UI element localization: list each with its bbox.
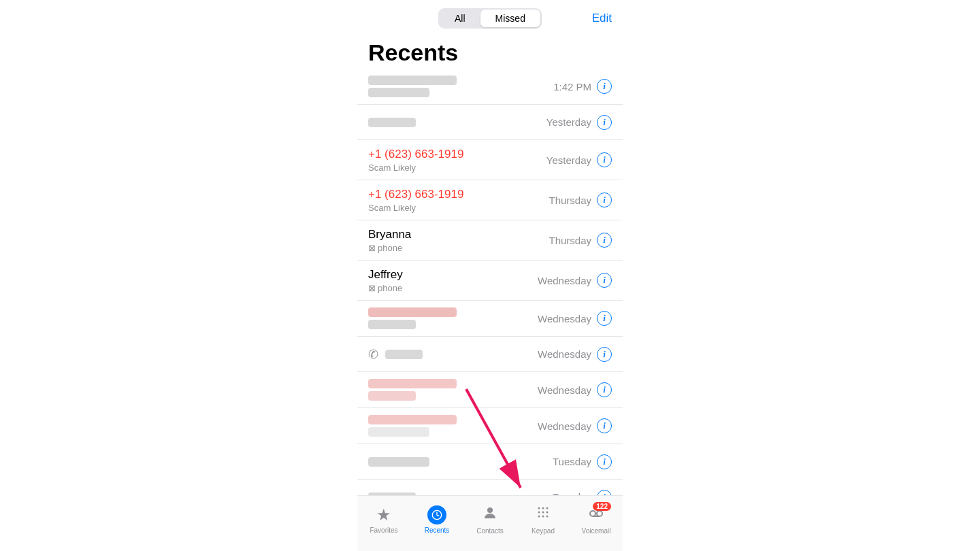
svg-point-5 bbox=[542, 507, 544, 509]
call-time: Wednesday bbox=[538, 384, 591, 396]
blur-line bbox=[368, 492, 416, 495]
call-item[interactable]: ✆ Wednesday i bbox=[357, 337, 623, 372]
call-item-right: Tuesday i bbox=[553, 490, 612, 495]
call-item-left bbox=[368, 415, 538, 437]
blur-line bbox=[368, 118, 416, 127]
info-button[interactable]: i bbox=[597, 273, 612, 288]
call-item-right: Yesterday i bbox=[546, 152, 612, 167]
call-item-right: Thursday i bbox=[549, 233, 612, 248]
svg-point-6 bbox=[546, 507, 549, 509]
svg-point-7 bbox=[538, 511, 540, 513]
call-list: 1:42 PM i Yesterday i +1 (623) 663-1919 … bbox=[357, 69, 623, 495]
blurred-name bbox=[385, 350, 538, 359]
blur-line bbox=[368, 391, 416, 401]
call-item[interactable]: +1 (623) 663-1919 Scam Likely Yesterday … bbox=[357, 140, 623, 180]
call-item-right: Wednesday i bbox=[538, 311, 612, 326]
call-item-left: +1 (623) 663-1919 Scam Likely bbox=[368, 187, 549, 213]
call-item-right: Wednesday i bbox=[538, 382, 612, 397]
contacts-icon bbox=[482, 505, 498, 525]
call-item[interactable]: Jeffrey ⊠ phone Wednesday i bbox=[357, 261, 623, 301]
blur-line bbox=[385, 350, 423, 359]
call-item[interactable]: Wednesday i bbox=[357, 301, 623, 337]
blurred-name bbox=[368, 457, 553, 467]
info-button[interactable]: i bbox=[597, 193, 612, 207]
call-name: Jeffrey bbox=[368, 267, 538, 282]
call-item-right: Wednesday i bbox=[538, 418, 612, 433]
call-item-left bbox=[368, 492, 553, 495]
call-sub: Scam Likely bbox=[368, 203, 549, 213]
call-item[interactable]: Wednesday i bbox=[357, 372, 623, 408]
phone-app: All Missed Edit Recents 1:42 PM i bbox=[357, 0, 623, 551]
favorites-icon: ★ bbox=[376, 505, 391, 524]
call-time: Wednesday bbox=[538, 275, 591, 286]
call-time: Tuesday bbox=[553, 491, 591, 495]
call-item[interactable]: 1:42 PM i bbox=[357, 69, 623, 105]
voicemail-badge: 122 bbox=[593, 502, 611, 511]
tab-contacts[interactable]: Contacts bbox=[463, 505, 517, 535]
info-button[interactable]: i bbox=[597, 490, 612, 495]
call-item[interactable]: Bryanna ⊠ phone Thursday i bbox=[357, 220, 623, 261]
info-button[interactable]: i bbox=[597, 382, 612, 397]
info-button[interactable]: i bbox=[597, 347, 612, 362]
blurred-name bbox=[368, 415, 538, 437]
phone-icon: ⊠ bbox=[368, 243, 376, 253]
call-item-left bbox=[368, 118, 546, 127]
call-time: Yesterday bbox=[546, 154, 591, 166]
svg-point-14 bbox=[597, 511, 602, 516]
tab-favorites[interactable]: ★ Favorites bbox=[357, 505, 410, 534]
svg-point-12 bbox=[546, 515, 549, 517]
svg-point-4 bbox=[538, 507, 540, 509]
info-button[interactable]: i bbox=[597, 311, 612, 326]
call-time: Wednesday bbox=[538, 313, 591, 324]
blurred-name bbox=[368, 307, 538, 329]
call-item-left: Jeffrey ⊠ phone bbox=[368, 267, 538, 293]
tab-label-favorites: Favorites bbox=[370, 527, 397, 534]
call-item-right: 1:42 PM i bbox=[553, 79, 612, 94]
call-item[interactable]: Yesterday i bbox=[357, 105, 623, 140]
svg-point-9 bbox=[546, 511, 549, 513]
call-time: Wednesday bbox=[538, 348, 591, 360]
info-button[interactable]: i bbox=[597, 115, 612, 130]
call-name: +1 (623) 663-1919 bbox=[368, 147, 546, 162]
tab-voicemail[interactable]: 122 Voicemail bbox=[570, 505, 623, 535]
call-time: Tuesday bbox=[553, 456, 591, 467]
info-button[interactable]: i bbox=[597, 454, 612, 469]
segment-control: All Missed bbox=[438, 8, 542, 29]
tab-recents[interactable]: Recents bbox=[410, 505, 463, 534]
tab-bar: ★ Favorites Recents Contacts bbox=[357, 495, 623, 551]
call-item-right: Wednesday i bbox=[538, 347, 612, 362]
page-title: Recents bbox=[357, 34, 623, 69]
call-item-left bbox=[385, 350, 538, 359]
info-button[interactable]: i bbox=[597, 79, 612, 94]
call-item-left: +1 (623) 663-1919 Scam Likely bbox=[368, 147, 546, 173]
call-item[interactable]: Tuesday i bbox=[357, 480, 623, 495]
info-button[interactable]: i bbox=[597, 418, 612, 433]
call-item[interactable]: Wednesday i bbox=[357, 408, 623, 444]
keypad-icon bbox=[535, 505, 551, 525]
call-item[interactable]: +1 (623) 663-1919 Scam Likely Thursday i bbox=[357, 180, 623, 220]
tab-label-recents: Recents bbox=[425, 527, 450, 534]
blur-line bbox=[368, 427, 429, 437]
info-button[interactable]: i bbox=[597, 152, 612, 167]
voicemail-badge-container: 122 bbox=[588, 505, 604, 525]
missed-filter-btn[interactable]: Missed bbox=[480, 10, 540, 27]
blur-line bbox=[368, 379, 457, 388]
blurred-name bbox=[368, 118, 546, 127]
blur-line bbox=[368, 457, 429, 467]
call-item-left bbox=[368, 379, 538, 401]
call-item-left bbox=[368, 76, 553, 97]
call-sub: ⊠ phone bbox=[368, 283, 538, 293]
tab-keypad[interactable]: Keypad bbox=[517, 505, 570, 535]
call-item-right: Wednesday i bbox=[538, 273, 612, 288]
info-button[interactable]: i bbox=[597, 233, 612, 248]
tab-label-keypad: Keypad bbox=[532, 527, 555, 535]
blur-line bbox=[368, 88, 429, 97]
tab-label-contacts: Contacts bbox=[476, 527, 503, 535]
call-time: Thursday bbox=[549, 195, 591, 206]
edit-button[interactable]: Edit bbox=[592, 12, 612, 25]
all-filter-btn[interactable]: All bbox=[440, 10, 480, 27]
call-item[interactable]: Tuesday i bbox=[357, 444, 623, 480]
call-sub: Scam Likely bbox=[368, 163, 546, 173]
call-time: 1:42 PM bbox=[553, 81, 591, 93]
phone-icon: ⊠ bbox=[368, 283, 376, 293]
